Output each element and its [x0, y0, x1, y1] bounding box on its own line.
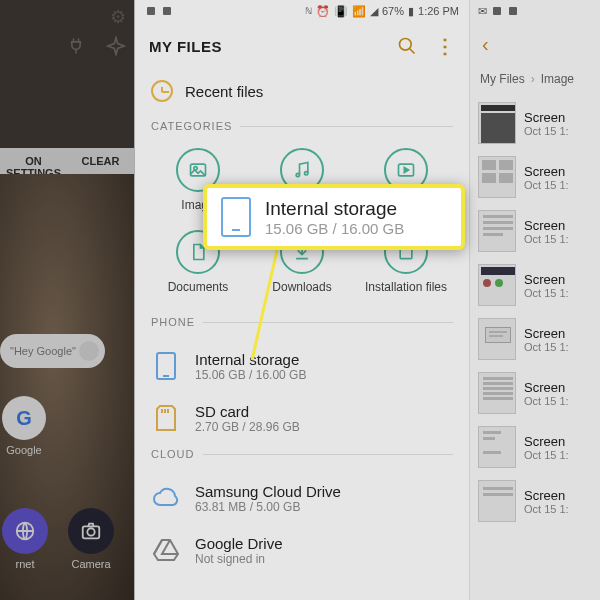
svg-rect-11 [400, 249, 412, 259]
status-bar: ℕ ⏰ 📳 📶 ◢ 67% ▮ 1:26 PM [135, 0, 469, 22]
alarm-icon: ⏰ [316, 5, 330, 18]
phone-icon [221, 197, 251, 237]
file-name: Screen [524, 380, 569, 395]
thumbnail [478, 480, 516, 522]
screenshot-icon [507, 5, 519, 17]
file-row[interactable]: ScreenOct 15 1: [470, 474, 600, 528]
video-icon [396, 160, 416, 180]
file-date: Oct 15 1: [524, 395, 569, 407]
screenshot-icon [491, 5, 503, 17]
file-row[interactable]: ScreenOct 15 1: [470, 150, 600, 204]
file-name: Screen [524, 488, 569, 503]
page-title: MY FILES [149, 38, 222, 55]
mic-icon[interactable] [79, 341, 99, 361]
drive-icon [153, 538, 179, 562]
file-date: Oct 15 1: [524, 503, 569, 515]
storage-samsung-cloud[interactable]: Samsung Cloud Drive 63.81 MB / 5.00 GB [151, 472, 453, 524]
dock-internet[interactable]: rnet [2, 508, 48, 570]
signal-icon: ◢ [370, 5, 378, 18]
thumbnail [478, 102, 516, 144]
chevron-right-icon: › [531, 72, 535, 86]
file-date: Oct 15 1: [524, 125, 569, 137]
file-row[interactable]: ScreenOct 15 1: [470, 366, 600, 420]
thumbnail [478, 372, 516, 414]
section-categories: CATEGORIES [135, 116, 469, 144]
file-date: Oct 15 1: [524, 233, 569, 245]
file-row[interactable]: ScreenOct 15 1: [470, 312, 600, 366]
music-icon [292, 160, 312, 180]
storage-internal[interactable]: Internal storage 15.06 GB / 16.00 GB [151, 340, 453, 392]
home-screen-panel: ⚙ ON SETTINGS CLEAR "Hey Google" G Googl… [0, 0, 135, 600]
file-date: Oct 15 1: [524, 287, 569, 299]
thumbnail [478, 156, 516, 198]
mail-icon: ✉ [478, 5, 487, 18]
phone-icon [154, 351, 178, 381]
gear-icon: ⚙ [110, 7, 126, 27]
svg-rect-4 [163, 7, 171, 15]
screenshot-icon [145, 5, 157, 17]
cloud-icon [152, 487, 180, 509]
thumbnail [478, 264, 516, 306]
file-date: Oct 15 1: [524, 341, 569, 353]
section-cloud: CLOUD [135, 444, 469, 472]
back-icon[interactable]: ‹ [482, 33, 489, 56]
file-date: Oct 15 1: [524, 179, 569, 191]
clock-icon [151, 80, 173, 102]
svg-point-5 [400, 39, 412, 51]
file-name: Screen [524, 110, 569, 125]
search-icon[interactable] [397, 36, 417, 56]
callout-internal-storage: Internal storage 15.06 GB / 16.00 GB [203, 184, 465, 250]
status-bar-right: ✉ [470, 0, 600, 22]
google-search-bar[interactable]: "Hey Google" [0, 334, 105, 368]
svg-rect-17 [493, 7, 501, 15]
file-name: Screen [524, 326, 569, 341]
app-google[interactable]: G Google [2, 396, 46, 456]
svg-point-8 [296, 173, 299, 176]
images-panel: ✉ ‹ My Files › Image ScreenOct 15 1:Scre… [470, 0, 600, 600]
vibrate-icon: 📳 [334, 5, 348, 18]
more-icon[interactable]: ⋮ [435, 34, 455, 58]
file-name: Screen [524, 164, 569, 179]
storage-sdcard[interactable]: SD card 2.70 GB / 28.96 GB [151, 392, 453, 444]
my-files-panel: ℕ ⏰ 📳 📶 ◢ 67% ▮ 1:26 PM MY FILES ⋮ Recen… [135, 0, 470, 600]
screenshot-icon [161, 5, 173, 17]
wifi-icon: 📶 [352, 5, 366, 18]
battery-icon: ▮ [408, 5, 414, 18]
breadcrumb[interactable]: My Files › Image [470, 66, 600, 96]
dock-camera[interactable]: Camera [68, 508, 114, 570]
file-date: Oct 15 1: [524, 449, 569, 461]
section-phone: PHONE [135, 312, 469, 340]
clock-text: 1:26 PM [418, 5, 459, 17]
airplane-icon [106, 36, 126, 56]
nfc-icon: ℕ [305, 6, 312, 16]
file-name: Screen [524, 218, 569, 233]
recent-files-row[interactable]: Recent files [135, 70, 469, 116]
plug-icon [66, 36, 86, 56]
svg-rect-3 [147, 7, 155, 15]
file-name: Screen [524, 272, 569, 287]
svg-point-9 [305, 172, 308, 175]
sdcard-icon [154, 404, 178, 432]
battery-text: 67% [382, 5, 404, 17]
image-icon [188, 160, 208, 180]
settings-gear[interactable]: ⚙ [110, 6, 126, 28]
svg-point-2 [87, 528, 94, 535]
file-row[interactable]: ScreenOct 15 1: [470, 96, 600, 150]
thumbnail [478, 318, 516, 360]
thumbnail [478, 426, 516, 468]
file-row[interactable]: ScreenOct 15 1: [470, 258, 600, 312]
storage-google-drive[interactable]: Google Drive Not signed in [151, 524, 453, 576]
svg-rect-18 [509, 7, 517, 15]
thumbnail [478, 210, 516, 252]
search-placeholder: "Hey Google" [10, 345, 76, 357]
file-row[interactable]: ScreenOct 15 1: [470, 204, 600, 258]
file-name: Screen [524, 434, 569, 449]
file-row[interactable]: ScreenOct 15 1: [470, 420, 600, 474]
